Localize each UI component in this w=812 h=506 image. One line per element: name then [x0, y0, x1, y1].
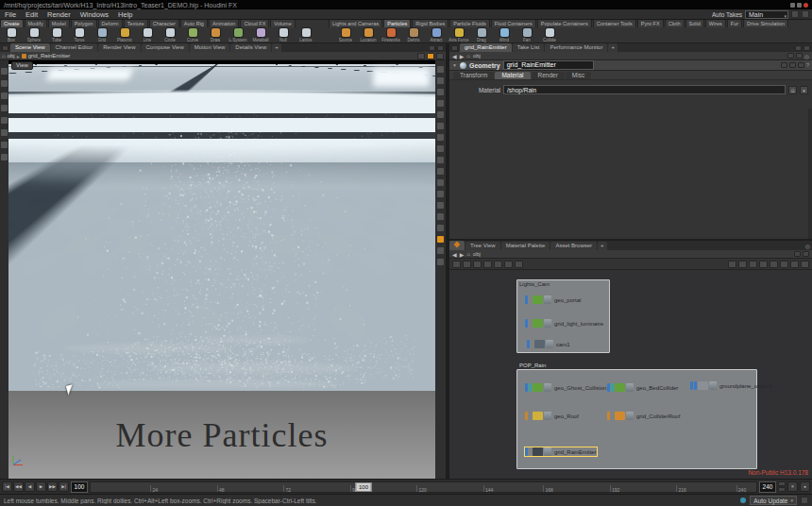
shelf-tab[interactable]: Fluid Containers	[491, 20, 536, 27]
display-flag[interactable]	[525, 295, 528, 304]
render-flag[interactable]	[529, 447, 532, 456]
help-icon[interactable]: ?	[806, 62, 809, 68]
network-node[interactable]: grid_ColliderRoof	[607, 412, 680, 420]
template-flag-icon[interactable]	[759, 261, 768, 268]
back-icon[interactable]: ◀	[452, 251, 457, 258]
transport-button[interactable]: ◀	[25, 481, 35, 492]
info-icon[interactable]	[780, 261, 788, 268]
maximize-icon[interactable]	[797, 3, 802, 8]
display-options-icon[interactable]	[437, 236, 444, 243]
display-flag[interactable]	[525, 319, 528, 328]
shelf-tab[interactable]: Model	[48, 20, 70, 27]
transport-button[interactable]: ◀◀	[13, 481, 24, 492]
camera-select-button[interactable]	[417, 53, 425, 59]
menu-icon[interactable]	[801, 261, 809, 268]
path-root[interactable]: obj	[473, 251, 481, 257]
filter-icon[interactable]	[803, 251, 809, 257]
current-frame-field[interactable]: 100	[71, 481, 88, 493]
transport-button[interactable]: ▶|	[59, 481, 69, 492]
footprint-flag-icon[interactable]	[770, 261, 778, 268]
render-flag[interactable]	[694, 381, 697, 390]
parameter-tab[interactable]: Transform	[453, 72, 494, 79]
pane-tab[interactable]: Details View	[230, 43, 271, 52]
snap-toggle-icon[interactable]	[437, 191, 444, 197]
shelf-tab[interactable]: Character	[149, 20, 179, 27]
pane-maximize-icon[interactable]	[437, 45, 444, 51]
pane-tab[interactable]: Asset Browser	[550, 242, 597, 250]
shelf-tab[interactable]: Create	[0, 20, 24, 27]
shading-mode-icon[interactable]	[437, 123, 444, 129]
render-flag[interactable]	[529, 412, 532, 420]
network-node[interactable]: geo_BedCollider	[607, 383, 678, 392]
network-node[interactable]: geo_Ghost_Collision	[525, 383, 606, 392]
home-icon[interactable]: ⌂	[466, 251, 470, 257]
network-view-tab[interactable]	[449, 241, 465, 250]
shelf-tool[interactable]: Box	[0, 28, 23, 42]
network-node[interactable]: cam1	[527, 340, 570, 348]
pane-tab[interactable]: Motion View	[190, 43, 230, 52]
end-frame-field[interactable]: 240	[759, 481, 776, 493]
display-points-icon[interactable]	[437, 157, 444, 163]
transport-button[interactable]: ▶	[36, 481, 46, 492]
render-flag[interactable]	[611, 412, 614, 420]
pane-tab[interactable]: Take List	[513, 43, 545, 52]
playback-options-button[interactable]: ≡	[787, 481, 798, 492]
pane-tab[interactable]: Compose View	[142, 43, 189, 52]
shadows-toggle-icon[interactable]	[437, 213, 444, 220]
pane-tab[interactable]: grid_RainEmitter	[460, 43, 512, 52]
shelf-tool[interactable]: Circle	[159, 28, 181, 42]
spin-up-icon[interactable]	[778, 481, 786, 486]
shelf-tab[interactable]: Drive Simulation	[743, 20, 788, 27]
network-node[interactable]: groundplane_object1	[690, 381, 772, 390]
render-flag[interactable]	[529, 295, 532, 304]
shelf-tab[interactable]: Lights and Cameras	[329, 20, 382, 27]
shelf-tab[interactable]: Rigid Bodies	[412, 20, 448, 27]
shelf-tool[interactable]: Location	[357, 28, 380, 42]
shelf-tool[interactable]: L-System	[227, 28, 249, 42]
transport-button[interactable]: |◀	[2, 481, 12, 492]
pane-tab[interactable]: Material Palette	[501, 242, 550, 250]
rotate-tool-icon[interactable]	[1, 93, 8, 99]
network-node[interactable]: grid_light_luminaire	[525, 319, 603, 328]
list-icon[interactable]	[796, 53, 803, 59]
node-chooser-icon[interactable]: ⊙	[788, 86, 797, 94]
chevron-down-icon[interactable]: ▾	[800, 86, 808, 94]
shelf-tab[interactable]: Fur	[727, 20, 742, 27]
gear-icon[interactable]	[789, 62, 796, 68]
pane-tab[interactable]: Render View	[98, 43, 140, 52]
shelf-tool[interactable]: Metaball	[249, 28, 272, 42]
display-flag[interactable]	[607, 412, 610, 420]
display-flag[interactable]	[525, 383, 528, 392]
forward-icon[interactable]: ▶	[460, 53, 465, 59]
pane-split-icon[interactable]	[2, 45, 8, 51]
close-icon[interactable]	[804, 3, 808, 8]
shelf-tool[interactable]: Null	[272, 28, 295, 42]
pane-menu-icon[interactable]	[429, 45, 435, 51]
chevron-down-icon[interactable]: ▼	[452, 62, 457, 68]
pan-icon[interactable]	[452, 261, 461, 268]
shelf-tool[interactable]: Tube	[45, 28, 68, 42]
view-options-button[interactable]	[436, 53, 444, 59]
pane-tab[interactable]: Channel Editor	[51, 43, 98, 52]
layout-nodes-icon[interactable]	[483, 261, 492, 268]
shelf-tool[interactable]: Source	[334, 28, 357, 42]
path-node[interactable]: grid_RainEmitter	[28, 53, 71, 59]
smooth-shade-icon[interactable]	[437, 145, 444, 152]
display-flag[interactable]	[527, 340, 530, 348]
forward-icon[interactable]: ▶	[460, 251, 465, 258]
pane-menu-icon[interactable]	[795, 45, 802, 51]
shape-palette-icon[interactable]	[738, 261, 747, 268]
layout-quad-icon[interactable]	[437, 77, 444, 84]
network-node[interactable]: geo_Roof	[525, 412, 579, 420]
pose-tool-icon[interactable]	[1, 129, 8, 136]
node-name-field[interactable]: grid_RainEmitter	[503, 60, 594, 70]
network-node[interactable]: grid_RainEmitter	[525, 447, 597, 456]
shelf-tool[interactable]: Attract	[425, 28, 448, 42]
shelf-tab[interactable]: Solid	[685, 20, 704, 27]
menu-item[interactable]: Render	[42, 10, 76, 19]
render-flag[interactable]	[531, 340, 533, 348]
scale-tool-icon[interactable]	[1, 105, 8, 111]
network-node[interactable]: geo_portal	[525, 295, 581, 304]
presets-icon[interactable]	[798, 62, 804, 68]
path-root[interactable]: obj	[8, 53, 15, 59]
